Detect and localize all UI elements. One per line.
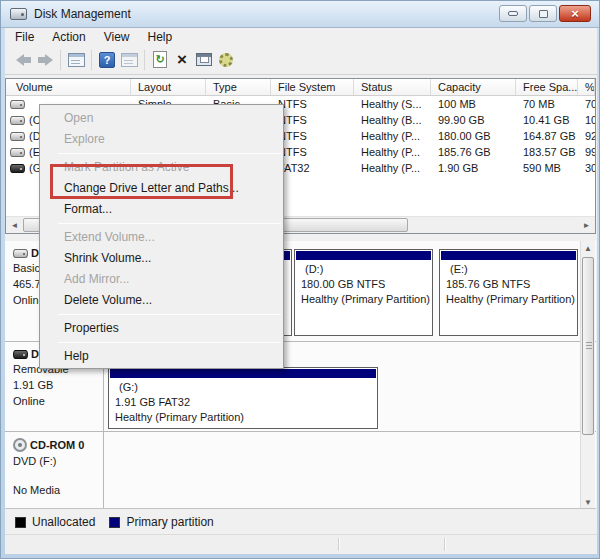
toolbar: ? ↻ × (5, 45, 597, 75)
menu-item-format[interactable]: Format... (40, 199, 283, 220)
minimize-button[interactable] (499, 5, 527, 22)
cell-free-space: 183.57 GB (516, 144, 578, 160)
cell-free-space: 70 MB (516, 96, 578, 112)
menu-item-extend-volume: Extend Volume... (40, 227, 283, 248)
cell-status: Healthy (S... (354, 96, 431, 112)
cell-status: Healthy (P... (354, 128, 431, 144)
column-volume[interactable]: Volume (6, 79, 131, 95)
status-bar-divider (444, 538, 445, 551)
cell-free-space: 590 MB (516, 160, 578, 176)
window-title: Disk Management (34, 7, 131, 21)
column-capacity[interactable]: Capacity (431, 79, 516, 95)
partition-size: 185.76 GB NTFS (446, 277, 577, 292)
menu-help[interactable]: Help (139, 29, 182, 45)
legend-label: Unallocated (32, 515, 95, 529)
disk-status: No Media (13, 484, 99, 497)
legend-primary-partition: Primary partition (109, 515, 213, 529)
menu-item-explore: Explore (40, 129, 283, 150)
partition-status: Healthy (Primary Partition) (301, 292, 432, 307)
volume-icon (10, 148, 25, 157)
legend-unallocated: Unallocated (15, 515, 95, 529)
column-layout[interactable]: Layout (131, 79, 206, 95)
menu-item-shrink-volume[interactable]: Shrink Volume... (40, 248, 283, 269)
legend-label: Primary partition (126, 515, 213, 529)
menu-file[interactable]: File (5, 29, 43, 45)
scroll-right-icon[interactable]: ► (578, 217, 595, 233)
menu-action[interactable]: Action (43, 29, 94, 45)
disk-name: CD-ROM 0 (30, 439, 84, 451)
menu-separator (58, 223, 281, 224)
volume-icon (10, 116, 25, 125)
cell-percent-free: 30 (578, 160, 595, 176)
cell-free-space: 164.87 GB (516, 128, 578, 144)
status-bar (5, 534, 597, 553)
partition-name: (G:) (115, 380, 377, 395)
manage-gear-icon[interactable] (215, 49, 237, 71)
column-free-space[interactable]: Free Spa... (516, 79, 578, 95)
title-bar[interactable]: Disk Management × (1, 1, 600, 28)
console-window-icon[interactable] (65, 49, 87, 71)
partition-name: (E:) (446, 262, 577, 277)
column-percent-free[interactable]: % F (578, 79, 595, 95)
cdrom0-label[interactable]: CD-ROM 0 DVD (F:) No Media (5, 432, 104, 509)
close-button[interactable]: × (559, 5, 591, 22)
disk-management-window: Disk Management × File Action View Help … (0, 0, 600, 559)
column-file-system[interactable]: File System (271, 79, 354, 95)
cell-percent-free: 70 (578, 96, 595, 112)
vertical-scrollbar[interactable]: ▲ ▼ (580, 241, 595, 509)
back-arrow-icon[interactable] (12, 49, 34, 71)
cell-capacity: 180.00 GB (431, 128, 516, 144)
cell-status: Healthy (B... (354, 112, 431, 128)
toolbar-separator (144, 50, 145, 70)
menu-item-help[interactable]: Help (40, 346, 283, 367)
menu-item-add-mirror: Add Mirror... (40, 269, 283, 290)
column-status[interactable]: Status (354, 79, 431, 95)
disk-type: DVD (F:) (13, 455, 99, 468)
cell-percent-free: 10 (578, 112, 595, 128)
menu-bar: File Action View Help (5, 28, 597, 45)
volume-icon (10, 100, 25, 109)
status-bar-divider (338, 538, 339, 551)
toolbar-separator (91, 50, 92, 70)
disk-status: Online (13, 395, 99, 408)
scroll-up-icon[interactable]: ▲ (581, 241, 595, 255)
cell-percent-free: 92 (578, 128, 595, 144)
console-tree-icon[interactable] (118, 49, 140, 71)
partition-g[interactable]: (G:) 1.91 GB FAT32 Healthy (Primary Part… (108, 367, 378, 429)
volume-icon (10, 132, 25, 141)
context-menu: Open Explore Mark Partition as Active Ch… (39, 104, 284, 369)
partition-type-strip (110, 369, 376, 378)
menu-view[interactable]: View (95, 29, 139, 45)
menu-item-properties[interactable]: Properties (40, 318, 283, 339)
forward-arrow-icon[interactable] (34, 49, 56, 71)
partition-d[interactable]: (D:) 180.00 GB NTFS Healthy (Primary Par… (294, 249, 433, 336)
minimize-icon (508, 11, 518, 16)
vertical-scroll-thumb[interactable] (582, 257, 594, 435)
maximize-button[interactable] (529, 5, 557, 22)
help-icon[interactable]: ? (96, 49, 118, 71)
partition-size: 1.91 GB FAT32 (115, 395, 377, 410)
column-type[interactable]: Type (206, 79, 271, 95)
cell-capacity: 99.90 GB (431, 112, 516, 128)
scroll-left-icon[interactable]: ◄ (6, 217, 23, 233)
scroll-down-icon[interactable]: ▼ (581, 495, 595, 509)
refresh-icon[interactable]: ↻ (149, 49, 171, 71)
properties-icon[interactable] (193, 49, 215, 71)
disk-size: 1.91 GB (13, 379, 99, 392)
menu-item-delete-volume[interactable]: Delete Volume... (40, 290, 283, 311)
menu-item-mark-partition-active: Mark Partition as Active (40, 157, 283, 178)
cell-free-space: 10.41 GB (516, 112, 578, 128)
cell-capacity: 100 MB (431, 96, 516, 112)
toolbar-separator (60, 50, 61, 70)
unallocated-swatch (15, 517, 26, 528)
partition-name: (D:) (301, 262, 432, 277)
partition-size: 180.00 GB NTFS (301, 277, 432, 292)
partition-e[interactable]: (E:) 185.76 GB NTFS Healthy (Primary Par… (439, 249, 578, 336)
disk-management-icon (10, 8, 27, 20)
menu-separator (58, 153, 281, 154)
cell-capacity: 185.76 GB (431, 144, 516, 160)
delete-icon[interactable]: × (171, 49, 193, 71)
cell-percent-free: 99 (578, 144, 595, 160)
primary-partition-swatch (109, 517, 120, 528)
menu-item-change-drive-letter[interactable]: Change Drive Letter and Paths... (40, 178, 283, 199)
